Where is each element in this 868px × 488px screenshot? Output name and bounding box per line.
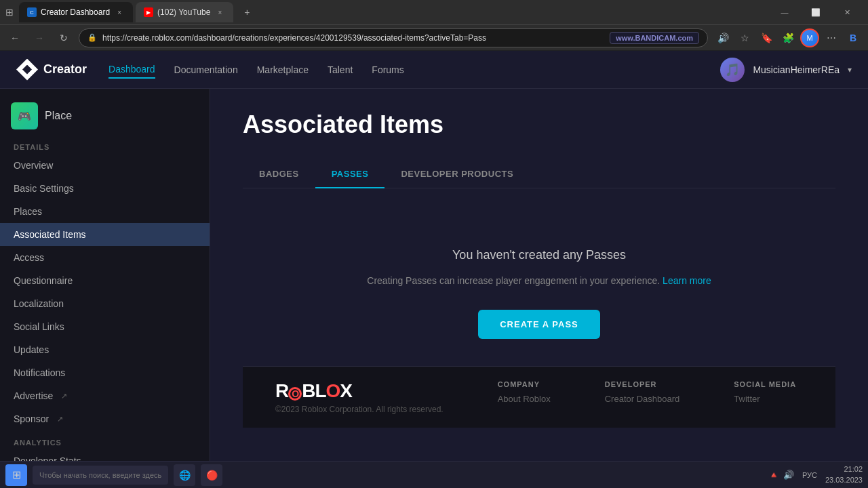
taskbar-edge-icon[interactable]: 🌐 xyxy=(174,464,195,486)
sidebar-item-basic-settings-label: Basic Settings xyxy=(14,183,74,194)
content-area: 🎮 Place DETAILS Overview Basic Settings … xyxy=(0,89,868,461)
sidebar-item-updates[interactable]: Updates xyxy=(0,338,210,361)
sidebar: 🎮 Place DETAILS Overview Basic Settings … xyxy=(0,89,210,461)
top-nav: Creator Dashboard Documentation Marketpl… xyxy=(0,51,868,89)
forward-btn[interactable]: → xyxy=(30,28,49,47)
bing-btn[interactable]: B xyxy=(844,28,863,47)
sidebar-item-updates-label: Updates xyxy=(14,344,49,355)
address-bar[interactable]: 🔒 https://create.roblox.com/dashboard/cr… xyxy=(79,28,708,47)
main-content: Associated Items BADGES PASSES DEVELOPER… xyxy=(210,89,868,461)
new-tab-btn[interactable]: + xyxy=(239,4,255,20)
taskbar: ⊞ 🌐 🔴 🔺 🔊 РУС 21:02 23.03.2023 xyxy=(0,461,868,488)
tab-close-2[interactable]: × xyxy=(214,7,225,18)
sidebar-item-developer-stats[interactable]: Developer Stats xyxy=(0,449,210,461)
sidebar-thumb: 🎮 xyxy=(11,102,38,129)
sidebar-top-label: Place xyxy=(45,110,72,122)
sidebar-item-access-label: Access xyxy=(14,252,44,263)
sidebar-item-advertise[interactable]: Advertise ↗ xyxy=(0,384,210,407)
favorites-btn[interactable]: ☆ xyxy=(735,28,754,47)
app-wrapper: Creator Dashboard Documentation Marketpl… xyxy=(0,51,868,461)
tab-developer-products[interactable]: DEVELOPER PRODUCTS xyxy=(384,161,530,188)
tab-icon-2: ▶ xyxy=(144,7,153,17)
sidebar-item-basic-settings[interactable]: Basic Settings xyxy=(0,177,210,200)
sidebar-item-overview-label: Overview xyxy=(14,160,53,171)
more-btn[interactable]: ⋯ xyxy=(822,28,841,47)
tab-youtube[interactable]: ▶ (102) YouTube × xyxy=(136,2,233,22)
nav-link-dashboard[interactable]: Dashboard xyxy=(108,61,155,79)
sidebar-item-notifications[interactable]: Notifications xyxy=(0,361,210,384)
user-name[interactable]: MusicianHeimerREa xyxy=(753,64,840,75)
sidebar-item-social-links[interactable]: Social Links xyxy=(0,315,210,338)
footer-link-twitter[interactable]: Twitter xyxy=(734,394,796,404)
empty-state: You haven't created any Passes Creating … xyxy=(243,221,835,366)
footer: ROBLOX ©2023 Roblox Corporation. All rig… xyxy=(243,366,835,428)
start-button[interactable]: ⊞ xyxy=(5,464,27,486)
sidebar-top-item[interactable]: 🎮 Place xyxy=(0,97,210,135)
create-pass-button[interactable]: CREATE A PASS xyxy=(478,310,600,339)
sidebar-item-notifications-label: Notifications xyxy=(14,367,65,378)
sidebar-item-overview[interactable]: Overview xyxy=(0,154,210,177)
sidebar-item-places[interactable]: Places xyxy=(0,200,210,223)
sidebar-item-questionnaire[interactable]: Questionnaire xyxy=(0,269,210,292)
taskbar-volume-icon[interactable]: 🔊 xyxy=(783,470,794,480)
lock-icon: 🔒 xyxy=(87,33,97,42)
nav-link-documentation[interactable]: Documentation xyxy=(174,62,238,78)
brand-name: Creator xyxy=(43,62,87,77)
nav-links: Dashboard Documentation Marketplace Tale… xyxy=(108,61,698,79)
window-icon: ⊞ xyxy=(5,7,14,18)
tab-passes[interactable]: PASSES xyxy=(315,161,385,188)
taskbar-record-icon[interactable]: 🔴 xyxy=(201,464,222,486)
address-text: https://create.roblox.com/dashboard/crea… xyxy=(102,33,604,43)
sidebar-item-associated-items[interactable]: Associated Items xyxy=(0,223,210,246)
tabs-container: BADGES PASSES DEVELOPER PRODUCTS xyxy=(243,161,835,188)
page-title: Associated Items xyxy=(243,110,835,139)
tab-label-2: (102) YouTube xyxy=(157,7,210,17)
collections-btn[interactable]: 🔖 xyxy=(757,28,776,47)
back-btn[interactable]: ← xyxy=(5,28,24,47)
sidebar-item-questionnaire-label: Questionnaire xyxy=(14,275,73,286)
learn-more-link[interactable]: Learn more xyxy=(663,275,711,286)
sidebar-item-social-links-label: Social Links xyxy=(14,321,64,332)
browser-title-bar: ⊞ C Creator Dashboard × ▶ (102) YouTube … xyxy=(0,0,868,24)
tab-creator-dashboard[interactable]: C Creator Dashboard × xyxy=(19,2,133,22)
tab-close-1[interactable]: × xyxy=(114,7,125,18)
nav-link-forums[interactable]: Forums xyxy=(372,62,403,78)
browser-address-bar: ← → ↻ 🔒 https://create.roblox.com/dashbo… xyxy=(0,24,868,50)
sidebar-item-localization-label: Localization xyxy=(14,298,64,309)
taskbar-network-icon[interactable]: 🔺 xyxy=(768,470,779,480)
maximize-btn[interactable]: ⬜ xyxy=(800,0,831,24)
minimize-btn[interactable]: — xyxy=(769,0,800,24)
taskbar-right: 🔺 🔊 РУС 21:02 23.03.2023 xyxy=(768,464,863,485)
footer-heading-developer: DEVELOPER xyxy=(605,380,680,388)
close-btn[interactable]: ✕ xyxy=(831,0,863,24)
footer-link-about[interactable]: About Roblox xyxy=(498,394,551,404)
taskbar-search[interactable] xyxy=(33,466,168,485)
sidebar-item-sponsor[interactable]: Sponsor ↗ xyxy=(0,407,210,430)
taskbar-system-icons: 🔺 🔊 xyxy=(768,470,794,480)
profile-btn[interactable]: M xyxy=(800,28,819,47)
footer-link-creator-dashboard[interactable]: Creator Dashboard xyxy=(605,394,680,404)
chevron-down-icon[interactable]: ▾ xyxy=(848,65,852,75)
brand-logo xyxy=(16,59,38,81)
sidebar-item-associated-items-label: Associated Items xyxy=(14,229,86,240)
nav-link-talent[interactable]: Talent xyxy=(328,62,353,78)
bandicam-overlay: www.BANDICAM.com xyxy=(610,32,699,44)
tab-label-1: Creator Dashboard xyxy=(41,7,110,17)
sidebar-item-places-label: Places xyxy=(14,206,42,217)
footer-col-social: SOCIAL MEDIA Twitter xyxy=(734,380,796,407)
empty-state-title: You haven't created any Passes xyxy=(256,248,822,262)
sidebar-item-access[interactable]: Access xyxy=(0,246,210,269)
reload-btn[interactable]: ↻ xyxy=(54,28,73,47)
user-avatar[interactable]: 🎵 xyxy=(720,58,745,82)
tab-badges[interactable]: BADGES xyxy=(243,161,315,188)
taskbar-time: 21:02 23.03.2023 xyxy=(825,464,863,485)
sidebar-item-localization[interactable]: Localization xyxy=(0,292,210,315)
sidebar-section-details: DETAILS xyxy=(0,135,210,154)
read-aloud-btn[interactable]: 🔊 xyxy=(713,28,732,47)
external-link-icon-sponsor: ↗ xyxy=(57,415,63,424)
browser-actions: 🔊 ☆ 🔖 🧩 M ⋯ B xyxy=(713,28,863,47)
nav-link-marketplace[interactable]: Marketplace xyxy=(257,62,309,78)
footer-col-company: COMPANY About Roblox xyxy=(498,380,551,407)
extension-btn[interactable]: 🧩 xyxy=(778,28,797,47)
footer-col-developer: DEVELOPER Creator Dashboard xyxy=(605,380,680,407)
